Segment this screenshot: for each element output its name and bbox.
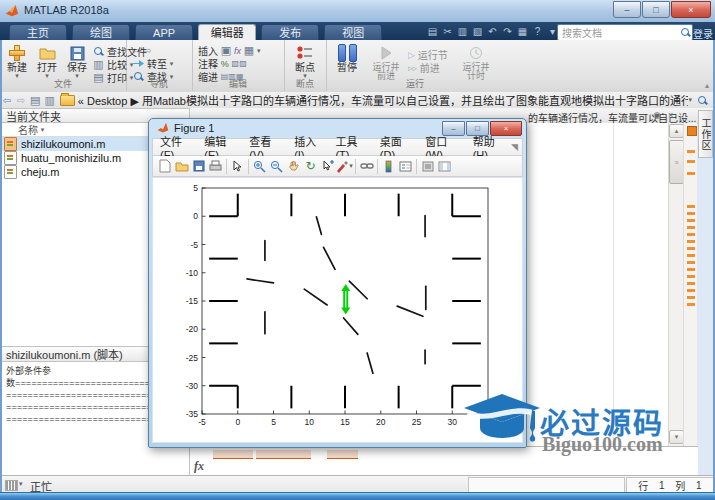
lint-mark[interactable]	[687, 205, 695, 208]
illegible-error-text[interactable]	[213, 450, 253, 459]
comment-icon: %	[221, 59, 229, 69]
tab-close-icon[interactable]: ×	[668, 110, 673, 120]
pan-hand-icon[interactable]	[285, 158, 302, 174]
print-figure-icon[interactable]	[207, 158, 224, 174]
illegible-error-text[interactable]	[327, 450, 358, 459]
illegible-error-text[interactable]	[256, 450, 311, 459]
workspace-collapsed-tab[interactable]: 工作区	[698, 110, 713, 158]
svg-text:0: 0	[193, 211, 198, 221]
tab-actions-icon[interactable]: ◉	[653, 110, 661, 120]
save-icon[interactable]: ▤	[426, 25, 439, 38]
edit-cursor-icon[interactable]	[229, 158, 246, 174]
lint-mark[interactable]	[687, 212, 695, 215]
zoom-out-icon[interactable]	[268, 158, 285, 174]
svg-text:5: 5	[271, 417, 276, 427]
lint-mark[interactable]	[687, 150, 695, 153]
save-button[interactable]: 保存▾	[62, 43, 92, 79]
insert-colorbar-icon[interactable]	[380, 158, 397, 174]
cut-icon[interactable]: ✂	[441, 25, 454, 38]
busy-dropdown-icon[interactable]: ▾	[19, 480, 23, 488]
path-search-icon[interactable]	[698, 96, 707, 105]
save-figure-icon[interactable]	[190, 158, 207, 174]
help-icon[interactable]: ?	[531, 25, 544, 38]
zoom-in-icon[interactable]	[251, 158, 268, 174]
open-button[interactable]: 打开▾	[32, 43, 62, 79]
tab-apps[interactable]: APP	[135, 24, 193, 41]
paste-icon[interactable]: ▧	[471, 25, 484, 38]
svg-text:-35: -35	[186, 409, 199, 419]
lint-mark[interactable]	[687, 261, 695, 264]
doc-search-input[interactable]: 搜索文档	[557, 24, 693, 41]
lint-mark[interactable]	[687, 160, 695, 163]
figure-toolbar: ↻ ▾	[152, 156, 523, 177]
folder-up-icon[interactable]: ▤	[30, 94, 40, 107]
lint-mark[interactable]	[687, 240, 695, 243]
lint-mark[interactable]	[687, 254, 695, 257]
advance-button[interactable]: ▹▹ 前进	[408, 61, 448, 74]
show-plot-tools-icon[interactable]	[436, 158, 453, 174]
ribbon-group-run: 暂停 运行并前进 ▷ 运行节 ▹▹ 前进 运行并计时 运行	[326, 40, 504, 91]
lint-mark[interactable]	[687, 247, 695, 250]
lint-mark[interactable]	[687, 275, 695, 278]
maximize-button[interactable]: □	[642, 1, 670, 18]
scroll-thumb[interactable]: ≡	[669, 140, 684, 184]
lint-mark[interactable]	[687, 303, 695, 306]
link-plot-icon[interactable]	[358, 158, 375, 174]
tab-plots[interactable]: 绘图	[72, 24, 130, 41]
run-and-time-button[interactable]: 运行并计时	[458, 43, 494, 81]
tab-publish[interactable]: 发布	[261, 24, 319, 41]
run-and-advance-button[interactable]: 运行并前进	[368, 43, 404, 81]
back-forward-buttons[interactable]: ⇦ ⇨	[132, 44, 173, 57]
tab-home[interactable]: 主页	[9, 24, 67, 41]
redo-icon[interactable]: ↷	[501, 25, 514, 38]
lint-mark[interactable]	[687, 172, 695, 175]
lint-mark[interactable]	[687, 219, 695, 222]
nav-forward-icon[interactable]: ⇨	[14, 95, 28, 106]
breakpoints-button[interactable]: 断点▾	[290, 43, 320, 79]
search-icon[interactable]	[681, 28, 690, 37]
brush-icon[interactable]: ▾	[336, 158, 353, 174]
rotate-3d-icon[interactable]: ↻	[302, 158, 319, 174]
lint-mark[interactable]	[687, 233, 695, 236]
scroll-up-icon[interactable]: ▴	[669, 124, 684, 138]
browse-folder-icon[interactable]: ▥	[44, 94, 54, 107]
minimize-button[interactable]: –	[613, 1, 641, 18]
collapse-ribbon-button[interactable]: ▴	[705, 81, 709, 90]
data-cursor-icon[interactable]	[319, 158, 336, 174]
insert-legend-icon[interactable]	[397, 158, 414, 174]
new-button[interactable]: 新建▾	[2, 43, 32, 79]
dock-figure-icon[interactable]: ◥	[511, 142, 518, 152]
run-advance-icon	[379, 46, 393, 60]
svg-text:-5: -5	[198, 417, 206, 427]
breakpoints-icon	[297, 46, 313, 60]
path-dropdown-icon[interactable]: ▾	[688, 97, 692, 103]
lint-mark[interactable]	[687, 296, 695, 299]
svg-text:-15: -15	[186, 296, 199, 306]
busy-indicator-icon[interactable]	[5, 480, 18, 491]
print-icon[interactable]: ▦	[516, 25, 529, 38]
lint-mark[interactable]	[687, 268, 695, 271]
svg-text:15: 15	[340, 417, 350, 427]
svg-text:-10: -10	[186, 268, 199, 278]
sign-in-link[interactable]: 登录	[693, 26, 713, 41]
fx-icon: fx	[234, 46, 241, 56]
new-figure-icon[interactable]	[156, 158, 173, 174]
tab-view[interactable]: 视图	[324, 24, 382, 41]
lint-mark[interactable]	[687, 289, 695, 292]
copy-icon[interactable]: ▥	[456, 25, 469, 38]
close-button[interactable]: ×	[671, 1, 711, 18]
pause-button[interactable]: 暂停	[330, 43, 364, 73]
lint-mark[interactable]	[687, 282, 695, 285]
watermark-subtitle: Biguo100.com	[542, 433, 663, 456]
breadcrumb-path[interactable]: « Desktop ▶ 用Matlab模拟出十字路口的车辆通行情况，车流量可以自…	[78, 92, 689, 108]
undo-icon[interactable]: ↶	[486, 25, 499, 38]
lint-mark[interactable]	[687, 226, 695, 229]
figure-menu-bar: 文件(F) 编辑(E) 查看(V) 插入(I) 工具(T) 桌面(D) 窗口(W…	[152, 138, 523, 156]
analyzer-status-icon[interactable]	[687, 126, 697, 136]
open-file-icon[interactable]	[173, 158, 190, 174]
svg-text:-25: -25	[186, 353, 199, 363]
nav-back-icon[interactable]: ⇦	[0, 95, 14, 106]
hide-plot-tools-icon[interactable]	[419, 158, 436, 174]
app-title-bar: MATLAB R2018a – □ ×	[0, 0, 715, 23]
save-disk-icon	[70, 46, 85, 61]
